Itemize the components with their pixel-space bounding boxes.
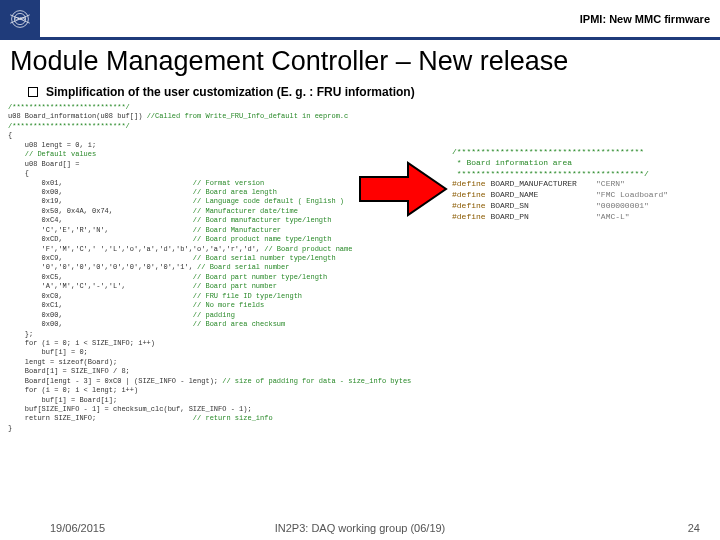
footer-date: 19/06/2015 [50,522,105,534]
svg-marker-5 [360,163,446,215]
code-block-after: /***************************************… [450,145,718,227]
arrow-icon [358,159,448,219]
slide-header: CERN IPMI: New MMC firmware [0,0,720,40]
footer-page-number: 24 [688,522,700,534]
header-title: IPMI: New MMC firmware [580,13,710,25]
checkbox-bullet-icon [28,87,38,97]
bullet-item: Simplification of the user customization… [28,85,692,99]
svg-text:CERN: CERN [15,17,25,21]
slide-footer: 19/06/2015 IN2P3: DAQ working group (06/… [0,522,720,534]
cern-logo: CERN [0,0,40,39]
footer-center: IN2P3: DAQ working group (06/19) [275,522,446,534]
page-title: Module Management Controller – New relea… [10,46,710,77]
bullet-text: Simplification of the user customization… [46,85,415,99]
code-area: /***************************/u08 Board_i… [8,103,712,473]
